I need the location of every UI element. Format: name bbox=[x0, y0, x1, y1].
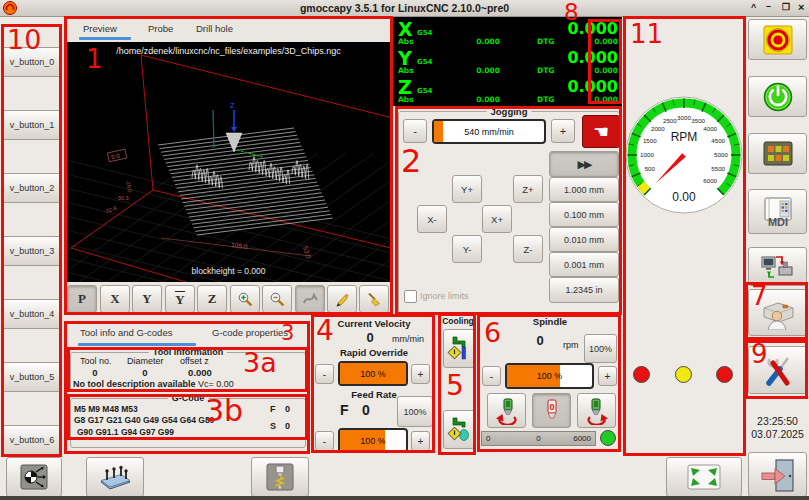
gcode-f-value: 0 bbox=[285, 404, 290, 414]
tool-measure-button[interactable] bbox=[251, 457, 309, 497]
block-height-button[interactable] bbox=[86, 457, 144, 497]
view-x-button[interactable]: X bbox=[100, 285, 130, 313]
diameter-value: 0 bbox=[130, 367, 160, 378]
jog-increment-01mm-button[interactable]: 0.100 mm bbox=[549, 202, 619, 227]
jog-z-minus-button[interactable]: Z- bbox=[513, 235, 543, 263]
sidebar-v-button-1[interactable]: v_button_1 bbox=[2, 110, 62, 140]
dro-y-abs-value: 0.000 bbox=[440, 66, 500, 75]
jog-increment-0001mm-button[interactable]: 0.001 mm bbox=[549, 252, 619, 277]
gcode-s-label: S bbox=[270, 421, 276, 431]
jog-y-minus-button[interactable]: Y- bbox=[452, 235, 482, 263]
sidebar-v-button-3[interactable]: v_button_3 bbox=[2, 236, 62, 266]
spindle-plus-button[interactable]: + bbox=[598, 366, 617, 386]
annotation-label-5: 5 bbox=[446, 372, 464, 400]
jog-continuous-button[interactable]: ▶▶ bbox=[549, 151, 619, 177]
hand-icon: ☚ bbox=[593, 121, 609, 142]
spindle-cw-button[interactable] bbox=[577, 393, 616, 428]
window-close-icon[interactable]: × bbox=[798, 1, 804, 13]
dimensions-button[interactable] bbox=[327, 285, 357, 313]
jog-increment-001mm-button[interactable]: 0.010 mm bbox=[549, 227, 619, 252]
jog-increment-1mm-button[interactable]: 1.000 mm bbox=[549, 177, 619, 202]
svg-text:3000: 3000 bbox=[677, 114, 691, 121]
svg-text:6000: 6000 bbox=[703, 177, 717, 184]
window-minimize-icon[interactable]: – bbox=[766, 1, 771, 11]
current-velocity-unit: mm/min bbox=[392, 334, 424, 344]
bottom-edge bbox=[0, 496, 809, 500]
view-y2-button[interactable]: Y bbox=[165, 285, 195, 313]
sidebar-v-button-5[interactable]: v_button_5 bbox=[2, 362, 62, 392]
tab-gcode-properties[interactable]: G-code properties bbox=[212, 327, 288, 338]
machine-on-button[interactable] bbox=[748, 76, 807, 117]
view-perspective-button[interactable]: P bbox=[67, 285, 97, 313]
dro-y-abs-label: Abs bbox=[398, 66, 414, 75]
settings-button[interactable] bbox=[748, 346, 807, 394]
spindle-ccw-button[interactable] bbox=[487, 393, 526, 428]
feed-minus-button[interactable]: - bbox=[315, 431, 334, 451]
jogging-title: Jogging bbox=[487, 106, 532, 117]
feed-reset-button[interactable]: 100% bbox=[397, 396, 433, 427]
clock-time: 23:25:50 bbox=[748, 415, 807, 427]
window-shade-icon[interactable]: ^ bbox=[751, 2, 756, 12]
toggle-toolpath-button[interactable] bbox=[295, 285, 325, 313]
flood-coolant-button[interactable] bbox=[443, 329, 475, 368]
sidebar-v-button-4[interactable]: v_button_4 bbox=[2, 299, 62, 329]
svg-text:1000: 1000 bbox=[640, 151, 654, 158]
exit-button[interactable] bbox=[748, 452, 807, 497]
spindle-stop-button[interactable]: 0 bbox=[532, 393, 571, 428]
sidebar-v-button-0[interactable]: v_button_0 bbox=[2, 47, 62, 77]
hand-jog-mode-button[interactable]: ☚ bbox=[582, 115, 620, 148]
jog-keypad-icon bbox=[762, 140, 794, 167]
window-maximize-icon[interactable]: ❐ bbox=[782, 2, 790, 12]
jog-speed-minus-button[interactable]: - bbox=[403, 119, 427, 143]
feed-override-slider[interactable]: 100 % bbox=[338, 428, 408, 453]
rapid-minus-button[interactable]: - bbox=[315, 364, 334, 384]
manual-mode-button[interactable] bbox=[748, 133, 807, 174]
tool-change-button[interactable] bbox=[748, 289, 807, 336]
mdi-mode-button[interactable]: MDI bbox=[748, 189, 807, 234]
auto-mode-button[interactable] bbox=[748, 247, 807, 286]
jog-x-plus-button[interactable]: X+ bbox=[482, 205, 512, 233]
estop-button[interactable] bbox=[748, 19, 807, 60]
ignore-limits-checkbox[interactable] bbox=[404, 290, 417, 303]
touch-off-button[interactable] bbox=[6, 457, 62, 497]
rapid-override-slider[interactable]: 100 % bbox=[338, 361, 408, 386]
dro-z-abs-label: Abs bbox=[398, 95, 414, 104]
mdi-icon: MDI bbox=[760, 196, 796, 228]
zoom-in-button[interactable] bbox=[230, 285, 260, 313]
dim-z-a-label: -30.3 bbox=[116, 195, 129, 201]
jog-x-minus-button[interactable]: X- bbox=[417, 205, 447, 233]
sidebar-v-button-2[interactable]: v_button_2 bbox=[2, 173, 62, 203]
spindle-override-slider[interactable]: 100 % bbox=[505, 363, 594, 389]
view-y-button[interactable]: Y bbox=[132, 285, 162, 313]
gcode-s-value: 0 bbox=[285, 421, 290, 431]
spindle-minus-button[interactable]: - bbox=[482, 366, 501, 386]
sidebar-v-button-6[interactable]: v_button_6 bbox=[2, 425, 62, 455]
dro-z-dtg-label: DTG bbox=[537, 95, 555, 104]
flood-icon bbox=[447, 335, 471, 363]
tab-probe[interactable]: Probe bbox=[148, 23, 173, 34]
svg-text:2500: 2500 bbox=[663, 117, 677, 124]
clear-plot-button[interactable] bbox=[359, 285, 389, 313]
rapid-plus-button[interactable]: + bbox=[411, 364, 430, 384]
jog-speed-plus-button[interactable]: + bbox=[551, 119, 575, 143]
blockheight-label: blockheight = 0.000 bbox=[66, 266, 391, 276]
tab-preview[interactable]: Preview bbox=[83, 23, 117, 34]
feed-plus-button[interactable]: + bbox=[411, 431, 430, 451]
dro-x-main-value: 0.000 bbox=[500, 19, 618, 38]
fullscreen-button[interactable] bbox=[666, 457, 742, 497]
dro-z-main-value: 0.000 bbox=[500, 77, 618, 96]
zoom-out-button[interactable] bbox=[262, 285, 292, 313]
gremlin-3d-preview[interactable]: Z 105.0 53.0 0.0 -29.0 -30.3 -32.8 /home… bbox=[66, 42, 391, 282]
tab-drill-hole[interactable]: Drill hole bbox=[196, 23, 233, 34]
operator-icon bbox=[760, 296, 796, 330]
jog-speed-slider[interactable]: 540 mm/min bbox=[432, 119, 546, 144]
z-axis-label: Z bbox=[230, 102, 235, 109]
view-z-button[interactable]: Z bbox=[197, 285, 227, 313]
jog-z-plus-button[interactable]: Z+ bbox=[513, 175, 543, 203]
current-velocity-value: 0 bbox=[355, 330, 385, 345]
jog-y-plus-button[interactable]: Y+ bbox=[452, 175, 482, 203]
jog-increment-inch-button[interactable]: 1.2345 in bbox=[549, 277, 619, 303]
spindle-reset-button[interactable]: 100% bbox=[584, 334, 617, 363]
mist-coolant-button[interactable] bbox=[443, 410, 475, 449]
tab-tool-info[interactable]: Tool info and G-codes bbox=[80, 327, 172, 338]
